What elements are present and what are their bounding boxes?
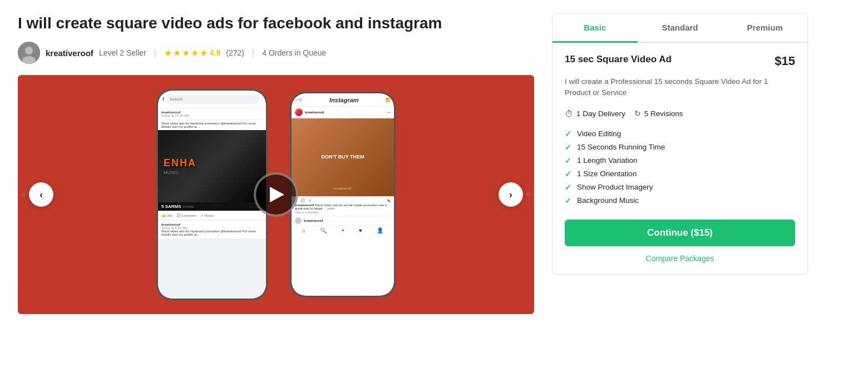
enha-text: ENHA — [164, 157, 196, 169]
check-icon-5: ✓ — [565, 183, 571, 192]
right-arrow-icon: › — [509, 189, 512, 201]
prev-arrow-container: ‹ — [22, 193, 24, 196]
left-arrow-icon: ‹ — [40, 189, 43, 201]
check-icon-4: ✓ — [565, 170, 571, 178]
feature-label-5: Show Product Imagery — [577, 183, 653, 191]
phones-container: f Search kreativeroof Today at 12:10 AM … — [18, 75, 534, 314]
delivery-label: 1 Day Delivery — [576, 110, 625, 118]
check-icon-3: ✓ — [565, 156, 571, 165]
separator-2: | — [252, 48, 254, 58]
orders-queue: 4 Orders in Queue — [262, 48, 326, 57]
pricing-panel: Basic Standard Premium 15 sec Square Vid… — [552, 13, 808, 275]
separator: | — [154, 48, 156, 58]
phone-facebook: f Search kreativeroof Today at 12:10 AM … — [156, 89, 268, 300]
feature-label-2: 15 Seconds Running Time — [577, 143, 665, 151]
delivery-row: ⏱ 1 Day Delivery ↻ 5 Revisions — [565, 109, 795, 118]
feature-label-6: Background Music — [577, 196, 639, 205]
feature-size-orientation: ✓ 1 Size Orientation — [565, 167, 795, 181]
features-list: ✓ Video Editing ✓ 15 Seconds Running Tim… — [565, 127, 795, 207]
continue-button[interactable]: Continue ($15) — [565, 220, 795, 246]
facebook-actions: 👍 Like 💬 Comment ↗ Share — [158, 211, 266, 220]
seller-name[interactable]: kreativeroof — [46, 48, 93, 58]
phone-instagram: 1:32 Instagram 📶 kreativeroof ••• — [290, 92, 396, 297]
play-icon — [270, 187, 284, 202]
seller-level: Level 2 Seller — [99, 48, 146, 57]
feature-background-music: ✓ Background Music — [565, 194, 795, 207]
revisions-label: 5 Revisions — [644, 110, 683, 118]
package-tabs: Basic Standard Premium — [553, 14, 807, 43]
feature-video-editing: ✓ Video Editing — [565, 127, 795, 141]
star-5: ★ — [200, 48, 208, 58]
package-header: 15 sec Square Video Ad $15 — [565, 54, 795, 68]
package-price: $15 — [775, 54, 795, 68]
feature-label-4: 1 Size Orientation — [577, 170, 637, 178]
delivery-time: ⏱ 1 Day Delivery — [565, 109, 625, 118]
tab-premium[interactable]: Premium — [722, 14, 807, 43]
check-icon-6: ✓ — [565, 196, 571, 205]
package-name: 15 sec Square Video Ad — [565, 54, 672, 65]
compare-packages-link[interactable]: Compare Packages — [565, 254, 795, 263]
next-arrow-button[interactable]: › — [499, 182, 523, 207]
rating-stars: ★ ★ ★ ★ ★ 4.9 — [164, 48, 220, 58]
star-3: ★ — [182, 48, 190, 58]
gig-title: I will create square video ads for faceb… — [18, 13, 534, 33]
feature-running-time: ✓ 15 Seconds Running Time — [565, 141, 795, 154]
prev-arrow-button[interactable]: ‹ — [29, 182, 53, 207]
next-arrow-container: › — [527, 193, 530, 196]
feature-length-variation: ✓ 1 Length Variation — [565, 154, 795, 167]
check-icon-1: ✓ — [565, 130, 571, 138]
clock-icon: ⏱ — [565, 109, 573, 118]
avatar — [18, 42, 40, 64]
image-slider: f Search kreativeroof Today at 12:10 AM … — [18, 75, 534, 314]
package-description: I will create a Professional 15 seconds … — [565, 76, 795, 99]
instagram-post: DON'T BUY THEM kreativeroof — [292, 118, 394, 196]
rating-number: 4.9 — [210, 48, 220, 57]
star-1: ★ — [164, 48, 172, 58]
package-content: 15 sec Square Video Ad $15 I will create… — [553, 43, 807, 274]
facebook-content: kreativeroof Today at 12:10 AM Short vid… — [158, 108, 266, 299]
play-button[interactable] — [254, 172, 298, 217]
refresh-icon: ↻ — [634, 109, 641, 118]
svg-point-1 — [25, 47, 33, 54]
review-count[interactable]: (272) — [226, 48, 244, 57]
feature-label-1: Video Editing — [577, 130, 621, 138]
star-2: ★ — [173, 48, 181, 58]
facebook-header: f Search — [158, 91, 266, 108]
check-icon-2: ✓ — [565, 143, 571, 152]
sarms-bar: 5 SARMS STORE — [158, 202, 266, 211]
star-4: ★ — [191, 48, 199, 58]
feature-label-3: 1 Length Variation — [577, 156, 638, 165]
feature-product-imagery: ✓ Show Product Imagery — [565, 181, 795, 194]
tab-basic[interactable]: Basic — [553, 14, 638, 43]
tab-standard[interactable]: Standard — [638, 14, 723, 43]
revisions-info: ↻ 5 Revisions — [634, 109, 683, 118]
